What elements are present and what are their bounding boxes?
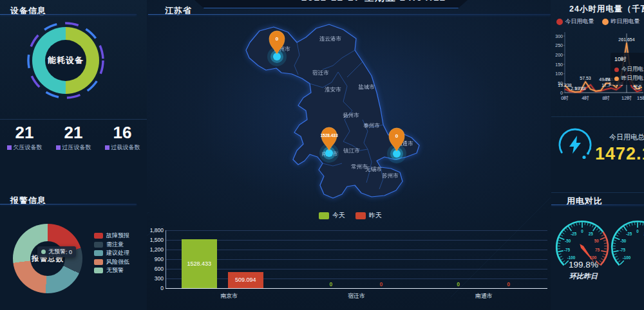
gridline [166, 250, 547, 250]
line-legend-item[interactable]: 今日用电量 [556, 17, 594, 26]
line-legend-item[interactable]: 昨日用电量 [602, 17, 640, 26]
compare-panel-underline [551, 205, 644, 205]
legend-swatch [94, 268, 103, 273]
bar[interactable]: 1528.433 [182, 239, 217, 288]
device-donut-chart[interactable]: 能耗设备 [23, 18, 108, 103]
zero-value-label: 0 [507, 281, 510, 287]
y-tick-label: 200 [555, 53, 563, 57]
city-energy-bar-chart[interactable]: 今天昨天 03006009001,2001,5001,8001528.43350… [152, 210, 549, 307]
alarm-tooltip-value: 0 [69, 249, 72, 255]
stat-label: 欠压设备数 [0, 143, 49, 152]
alarm-legend-item[interactable]: 故障预报 [94, 232, 129, 241]
bullet-icon [105, 145, 109, 150]
line-chart-legend: 今日用电量昨日用电量 [552, 17, 644, 26]
gauge-tick-label: -50 [620, 239, 627, 243]
device-stats: 21 欠压设备数21 过压设备数16 过载设备数 [0, 123, 147, 152]
city-label: 扬州市 [343, 112, 359, 118]
legend-swatch [94, 250, 103, 256]
bullet-icon [7, 145, 12, 150]
y-axis-label: 1,800 [144, 227, 164, 233]
point-label: 1.788 [574, 86, 586, 91]
legend-label: 需注意 [106, 241, 124, 249]
device-stat: 16 过载设备数 [98, 123, 147, 152]
y-axis-label: 300 [144, 275, 164, 282]
right-divider-1 [551, 116, 644, 117]
gridline [166, 278, 547, 279]
y-tick-label: 250 [555, 43, 563, 48]
device-donut-ring: 能耗设备 [32, 27, 99, 94]
alarm-tooltip: 无预警: 0 [37, 246, 76, 257]
line-chart-title: 24小时用电量（千瓦时） [569, 4, 644, 15]
tooltip-dot [614, 68, 619, 72]
alarm-legend: 故障预报需注意建议处理风险很低无预警 [94, 232, 129, 275]
legend-label: 昨日用电量 [611, 17, 640, 26]
city-label: 淮安市 [325, 86, 341, 93]
gauge-tick-label: 25 [589, 232, 594, 236]
legend-label: 故障预报 [106, 232, 129, 240]
legend-swatch [94, 233, 103, 239]
x-tick-label: 15时 [637, 95, 644, 101]
stat-label: 过压设备数 [49, 143, 98, 152]
marker-value: 0 [395, 133, 399, 139]
alarm-legend-item[interactable]: 建议处理 [94, 249, 129, 258]
jiangsu-map[interactable]: 连云港市徐州市宿迁市淮安市盐城市扬州市泰州市南京市镇江市常州市无锡市苏州市南通市… [209, 10, 486, 210]
stat-value: 16 [98, 123, 147, 141]
gauge-tick-label: -25 [626, 232, 632, 236]
gridline [166, 240, 547, 241]
city-label: 宿迁市 [312, 69, 329, 76]
bar[interactable]: 509.094 [228, 272, 263, 288]
device-panel-underline [0, 14, 137, 15]
device-stat: 21 过压设备数 [49, 123, 98, 152]
bar-category-label: 南通市 [464, 292, 503, 300]
point-label: 19.238 [558, 83, 572, 87]
line-chart-tooltip: 10时 今日用电量昨日用电量 [611, 53, 644, 85]
alarm-legend-item[interactable]: 需注意 [94, 241, 129, 250]
gauge-tick-label: -75 [564, 248, 571, 252]
y-axis-label: 900 [144, 256, 164, 262]
gauge-tick-label: 50 [594, 239, 600, 243]
gauge-tick-label: -100 [623, 255, 631, 260]
zero-value-label: 0 [457, 281, 460, 287]
tooltip-time: 10时 [614, 55, 644, 64]
city-label: 苏州市 [382, 172, 399, 179]
gridline [166, 269, 547, 269]
today-energy-total-label: 今日用电总量 [609, 132, 644, 142]
header-datetime-clipped: 2021-12-17 星期五 14:04:12 [301, 0, 446, 4]
tooltip-row: 今日用电量 [614, 66, 644, 73]
alarm-legend-item[interactable]: 风险很低 [94, 258, 129, 267]
stat-value: 21 [0, 123, 49, 141]
x-axis-line [166, 288, 547, 289]
gauge-tick-label: -75 [620, 248, 626, 252]
y-tick-label: 300 [555, 34, 563, 39]
y-axis-label: 0 [144, 285, 164, 291]
point-label: 17.7 [601, 83, 611, 87]
gauge-value: 199.8% [555, 260, 612, 269]
gauge-tick-label: 0 [581, 229, 583, 233]
y-tick-label: 0 [560, 91, 563, 95]
point-label: 5.3 [634, 86, 640, 90]
bullet-icon [56, 145, 61, 150]
y-axis-label: 1,200 [144, 246, 164, 253]
marker-value: 1528.433 [320, 133, 337, 138]
gridline [166, 230, 547, 231]
tooltip-dot [614, 77, 619, 81]
marker-value: 0 [276, 36, 279, 42]
point-label: 261.654 [618, 37, 634, 42]
legend-label: 风险很低 [106, 258, 129, 266]
legend-dot [556, 19, 563, 25]
gridline [166, 259, 547, 260]
alarm-legend-item[interactable]: 无预警 [94, 266, 129, 275]
stat-value: 21 [49, 123, 98, 141]
energy-bolt-icon [556, 126, 594, 163]
device-panel-title: 设备信息 [10, 5, 46, 17]
x-tick-label: 0时 [561, 95, 569, 101]
right-divider-2 [551, 192, 644, 193]
x-tick-label: 12时 [621, 95, 632, 101]
gauge-tick-label: -25 [571, 232, 577, 236]
legend-label: 无预警 [106, 266, 124, 275]
alarm-donut-chart[interactable]: 报警总数 [13, 224, 82, 293]
bar-category-label: 南京市 [210, 292, 249, 300]
x-tick-label: 8时 [602, 95, 610, 101]
compare-panel-title: 用电对比 [567, 196, 603, 207]
alarm-tooltip-dot [41, 250, 46, 254]
